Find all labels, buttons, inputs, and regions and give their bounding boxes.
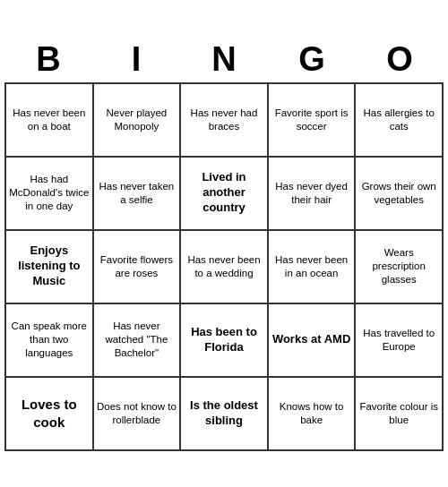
bingo-cell-9: Grows their own vegetables bbox=[356, 158, 444, 231]
bingo-cell-21: Does not know to rollerblade bbox=[94, 378, 182, 451]
bingo-cell-2: Has never had braces bbox=[181, 84, 269, 158]
bingo-cell-10: Enjoys listening to Music bbox=[6, 231, 94, 304]
bingo-cell-15: Can speak more than two languages bbox=[6, 304, 94, 378]
bingo-cell-17: Has been to Florida bbox=[181, 304, 269, 378]
bingo-header: BINGO bbox=[4, 37, 444, 82]
bingo-letter-g: G bbox=[271, 40, 352, 79]
bingo-letter-b: B bbox=[8, 40, 89, 79]
bingo-cell-24: Favorite colour is blue bbox=[356, 378, 444, 451]
bingo-cell-6: Has never taken a selfie bbox=[94, 158, 182, 231]
bingo-cell-23: Knows how to bake bbox=[269, 378, 357, 451]
bingo-cell-16: Has never watched "The Bachelor" bbox=[94, 304, 182, 378]
bingo-cell-3: Favorite sport is soccer bbox=[269, 84, 357, 158]
bingo-cell-0: Has never been on a boat bbox=[6, 84, 94, 158]
bingo-cell-22: Is the oldest sibling bbox=[181, 378, 269, 451]
bingo-cell-18: Works at AMD bbox=[269, 304, 357, 378]
bingo-cell-13: Has never been in an ocean bbox=[269, 231, 357, 304]
bingo-cell-7: Lived in another country bbox=[181, 158, 269, 231]
bingo-cell-4: Has allergies to cats bbox=[356, 84, 444, 158]
bingo-card: BINGO Has never been on a boatNever play… bbox=[4, 37, 444, 451]
bingo-cell-19: Has travelled to Europe bbox=[356, 304, 444, 378]
bingo-letter-i: I bbox=[96, 40, 177, 79]
bingo-cell-1: Never played Monopoly bbox=[94, 84, 182, 158]
bingo-cell-14: Wears prescription glasses bbox=[356, 231, 444, 304]
bingo-cell-20: Loves to cook bbox=[6, 378, 94, 451]
bingo-letter-o: O bbox=[359, 40, 440, 79]
bingo-cell-11: Favorite flowers are roses bbox=[94, 231, 182, 304]
bingo-cell-12: Has never been to a wedding bbox=[181, 231, 269, 304]
bingo-cell-8: Has never dyed their hair bbox=[269, 158, 357, 231]
bingo-letter-n: N bbox=[184, 40, 264, 79]
bingo-cell-5: Has had McDonald's twice in one day bbox=[6, 158, 94, 231]
bingo-grid: Has never been on a boatNever played Mon… bbox=[4, 82, 444, 451]
